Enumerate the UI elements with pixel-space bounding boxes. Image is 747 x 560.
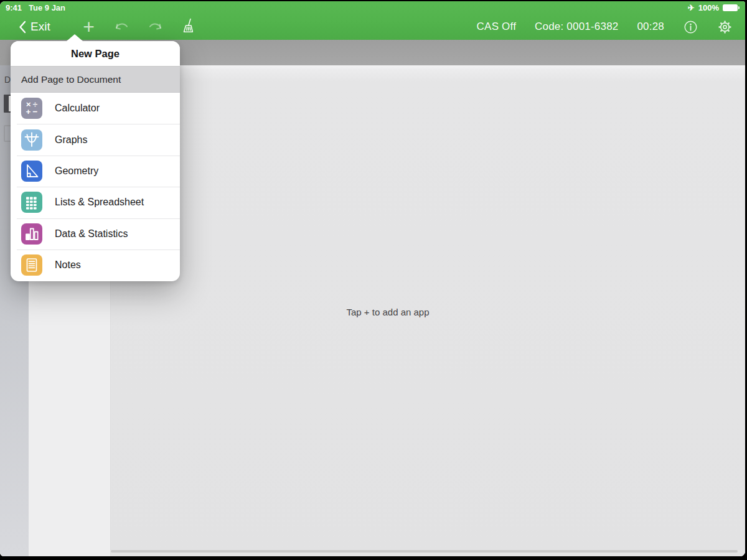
redo-button[interactable] <box>143 19 167 35</box>
gear-icon <box>717 19 733 35</box>
settings-button[interactable] <box>717 19 733 35</box>
app-item-label: Data & Statistics <box>55 228 128 240</box>
battery-icon <box>723 4 738 11</box>
green-header: 9:41 Tue 9 Jan ✈ 100% Exit + <box>0 1 745 40</box>
undo-button[interactable] <box>110 19 134 35</box>
empty-page-hint: Tap + to add an app <box>346 307 429 317</box>
app-item-notes[interactable]: Notes <box>11 250 180 281</box>
airplane-mode-icon: ✈ <box>688 3 695 12</box>
calculator-icon: ×÷ +− <box>21 98 42 119</box>
app-item-data-statistics[interactable]: Data & Statistics <box>11 218 180 250</box>
chevron-left-icon <box>19 21 26 34</box>
app-screen: 9:41 Tue 9 Jan ✈ 100% Exit + <box>0 1 745 556</box>
new-page-popover: New Page Add Page to Document ×÷ +− Calc… <box>11 41 180 281</box>
undo-icon <box>114 19 130 35</box>
session-code: Code: 0001-6382 <box>535 21 618 33</box>
redo-icon <box>147 19 163 35</box>
exit-label: Exit <box>31 20 50 34</box>
main-toolbar: Exit + <box>0 14 745 40</box>
app-item-graphs[interactable]: Graphs <box>11 124 180 155</box>
app-item-label: Geometry <box>55 166 98 177</box>
exit-button[interactable]: Exit <box>19 20 50 34</box>
app-item-label: Calculator <box>55 103 100 114</box>
app-item-geometry[interactable]: Geometry <box>11 156 180 187</box>
broom-icon <box>180 17 196 36</box>
geometry-icon <box>21 161 42 182</box>
app-item-label: Graphs <box>55 134 87 146</box>
popover-arrow <box>67 34 83 41</box>
app-list: ×÷ +− Calculator Graphs Geometry <box>11 93 180 281</box>
clear-scratchpad-button[interactable] <box>176 17 200 36</box>
app-item-label: Lists & Spreadsheet <box>55 197 144 208</box>
horizontal-scrollbar[interactable] <box>111 550 738 553</box>
app-item-label: Notes <box>55 259 81 271</box>
app-item-lists-spreadsheet[interactable]: Lists & Spreadsheet <box>11 187 180 218</box>
app-item-calculator[interactable]: ×÷ +− Calculator <box>11 93 180 124</box>
lists-spreadsheet-icon <box>21 192 42 213</box>
document-name-partial: D <box>4 75 11 85</box>
cas-toggle[interactable]: CAS Off <box>477 21 516 33</box>
status-date: Tue 9 Jan <box>29 3 65 12</box>
notes-icon <box>21 254 42 276</box>
session-timer: 00:28 <box>637 21 664 33</box>
data-statistics-icon <box>21 223 42 245</box>
info-button[interactable] <box>683 19 698 35</box>
info-icon <box>683 19 698 35</box>
popover-section-header: Add Page to Document <box>11 66 180 93</box>
popover-title: New Page <box>11 41 180 66</box>
graphs-icon <box>21 129 42 151</box>
status-time: 9:41 <box>6 3 22 12</box>
status-bar: 9:41 Tue 9 Jan ✈ 100% <box>0 1 745 14</box>
battery-percent: 100% <box>698 3 719 12</box>
